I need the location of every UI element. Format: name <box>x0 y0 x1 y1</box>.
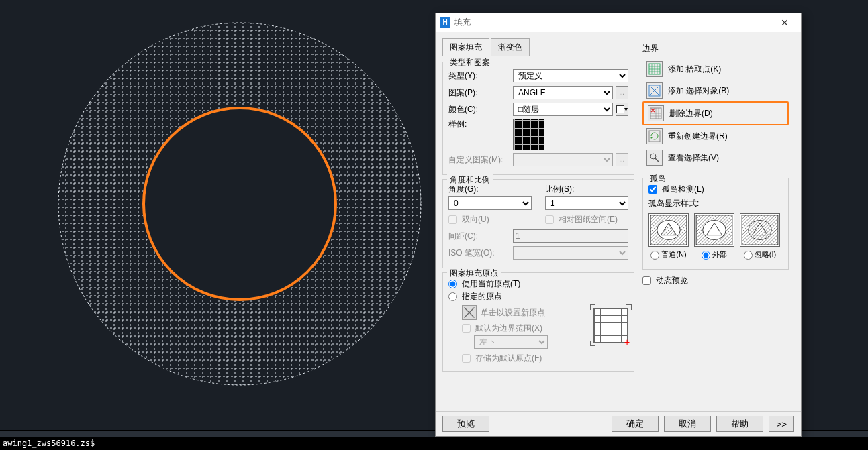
view-selection-button[interactable]: 查看选择集(V) <box>642 147 789 168</box>
island-ignore-swatch[interactable] <box>740 213 780 247</box>
double-checkbox <box>448 215 457 224</box>
command-text: awing1_zws56916.zs$ <box>3 439 95 448</box>
tab-pattern-fill[interactable]: 图案填充 <box>442 38 489 56</box>
type-label: 类型(Y): <box>448 70 513 82</box>
iso-width-label: ISO 笔宽(O): <box>448 247 513 259</box>
island-display-label: 孤岛显示样式: <box>648 198 783 209</box>
sample-label: 样例: <box>448 119 513 130</box>
scale-select[interactable]: 1 <box>545 196 628 210</box>
ok-button[interactable]: 确定 <box>612 416 659 432</box>
island-outer-swatch[interactable] <box>694 213 734 247</box>
use-current-origin-radio[interactable] <box>448 280 457 288</box>
island-ignore-radio[interactable] <box>744 251 753 260</box>
dialog-title: 填充 <box>454 17 771 28</box>
svg-rect-4 <box>54 18 426 390</box>
command-line[interactable]: awing1_zws56916.zs$ <box>0 437 868 450</box>
group-title: 角度和比例 <box>447 174 493 186</box>
default-extents-checkbox <box>462 324 471 333</box>
group-boundary: 边界 添加:拾取点(K) 添加:选择对象(B) <box>642 38 789 174</box>
spacing-label: 间距(C): <box>448 231 513 242</box>
group-title: 边界 <box>642 43 789 54</box>
specified-origin-radio[interactable] <box>448 292 457 301</box>
recreate-boundary-icon <box>646 128 663 144</box>
help-button[interactable]: 帮助 <box>716 416 763 432</box>
angle-select[interactable]: 0 <box>448 196 532 210</box>
island-detect-checkbox[interactable] <box>648 185 657 194</box>
remove-boundary-icon <box>648 105 664 121</box>
custom-pattern-label: 自定义图案(M): <box>448 154 513 166</box>
scale-label: 比例(S): <box>545 184 628 195</box>
expand-button[interactable]: >> <box>769 416 794 432</box>
view-selection-icon <box>646 150 663 166</box>
group-angle-scale: 角度和比例 角度(G): 0 比例(S): 1 双向(U) 相对图纸空间(E) <box>442 179 634 268</box>
group-type-pattern: 类型和图案 类型(Y): 预定义 图案(P): ANGLE <box>442 62 634 175</box>
hatch-ring-drawing <box>54 18 426 390</box>
dynamic-preview-checkbox[interactable] <box>642 276 651 285</box>
titlebar[interactable]: H 填充 ✕ <box>436 13 801 32</box>
color-select[interactable]: □随层 <box>513 103 613 116</box>
group-island: 孤岛 孤岛检测(L) 孤岛显示样式: 普通(N) <box>642 178 789 270</box>
island-normal-swatch[interactable] <box>648 213 689 247</box>
pattern-browse-button[interactable]: ... <box>616 86 628 99</box>
custom-pattern-browse: ... <box>616 153 628 166</box>
svg-rect-10 <box>649 131 660 142</box>
pattern-label: 图案(P): <box>448 87 513 99</box>
app-icon: H <box>440 17 450 28</box>
group-title: 孤岛 <box>647 173 669 184</box>
custom-pattern-select <box>513 153 613 166</box>
pick-point-icon <box>646 61 663 77</box>
dialog-footer: 预览 确定 取消 帮助 >> <box>436 411 801 436</box>
group-origin: 图案填充原点 使用当前原点(T) 指定的原点 单击以设置新原点 默认为边界范围(… <box>442 272 634 372</box>
tab-gradient[interactable]: 渐变色 <box>491 38 530 56</box>
color-label: 颜色(C): <box>448 104 513 115</box>
origin-position-select: 左下 <box>474 335 548 349</box>
store-default-checkbox <box>462 354 471 363</box>
add-select-object-button[interactable]: 添加:选择对象(B) <box>642 80 789 101</box>
add-pick-point-button[interactable]: 添加:拾取点(K) <box>642 58 789 80</box>
crosshair-icon <box>462 305 477 320</box>
spacing-input <box>513 229 628 243</box>
group-title: 图案填充原点 <box>447 268 501 279</box>
color-swatch-button[interactable]: ▾ <box>616 103 628 116</box>
tab-strip: 图案填充 渐变色 <box>442 38 634 56</box>
svg-rect-18 <box>742 215 778 245</box>
iso-width-select <box>513 246 628 260</box>
select-object-icon <box>646 82 663 99</box>
type-select[interactable]: 预定义 <box>513 69 628 82</box>
hatch-dialog: H 填充 ✕ 图案填充 渐变色 类型和图案 类型(Y): 预定义 <box>435 13 802 437</box>
cancel-button[interactable]: 取消 <box>664 416 711 432</box>
pattern-select[interactable]: ANGLE <box>513 86 613 99</box>
svg-point-11 <box>650 154 656 159</box>
origin-preview-swatch: + <box>593 308 628 343</box>
paperspace-checkbox <box>545 215 554 224</box>
preview-button[interactable]: 预览 <box>442 416 489 432</box>
recreate-boundary-button[interactable]: 重新创建边界(R) <box>642 125 789 147</box>
remove-boundary-button[interactable]: 删除边界(D) <box>642 101 789 125</box>
island-normal-radio[interactable] <box>650 251 659 260</box>
close-button[interactable]: ✕ <box>771 15 798 31</box>
group-title: 类型和图案 <box>447 57 493 68</box>
island-outer-radio[interactable] <box>702 251 710 260</box>
sample-swatch[interactable] <box>513 119 544 150</box>
